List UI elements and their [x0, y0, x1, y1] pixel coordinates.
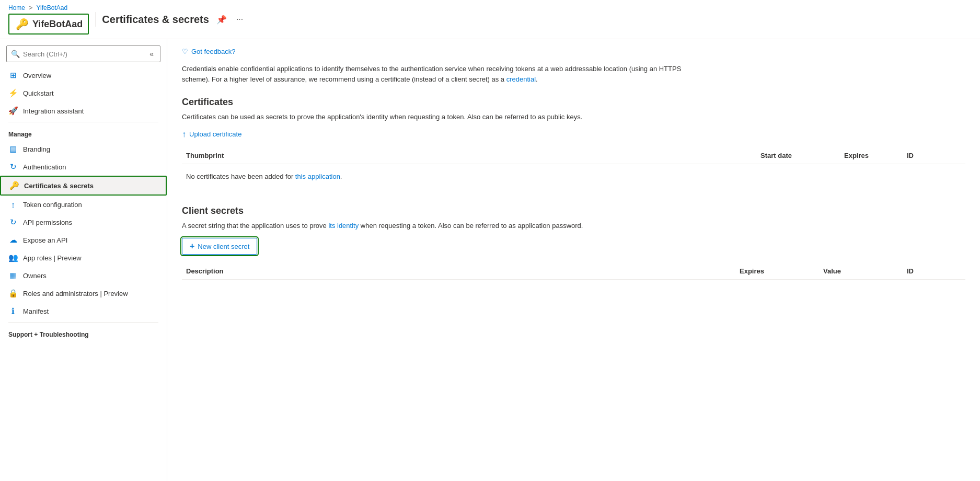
nav-item-owners[interactable]: ▦ Owners — [0, 267, 167, 284]
new-client-secret-button[interactable]: + New client secret — [182, 238, 257, 255]
roles-admins-label: Roles and administrators | Preview — [23, 290, 128, 297]
layout: 🔍 « ⊞ Overview ⚡ Quickstart 🚀 Integratio… — [0, 39, 980, 481]
app-roles-icon: 👥 — [8, 253, 18, 262]
collapse-icon[interactable]: « — [147, 49, 156, 59]
integration-icon: 🚀 — [8, 106, 18, 116]
search-icon: 🔍 — [11, 50, 20, 58]
cert-col-startdate: Start date — [756, 152, 840, 159]
quickstart-icon: ⚡ — [8, 88, 18, 98]
secret-col-value: Value — [819, 267, 903, 275]
nav-item-app-roles[interactable]: 👥 App roles | Preview — [0, 249, 167, 267]
feedback-text[interactable]: Got feedback? — [191, 48, 236, 55]
breadcrumb-home[interactable]: Home — [8, 4, 25, 12]
nav-item-roles-admins[interactable]: 🔒 Roles and administrators | Preview — [0, 284, 167, 302]
secret-table-header: Description Expires Value ID — [182, 263, 965, 280]
cert-col-expires: Expires — [840, 152, 903, 159]
header-divider — [95, 12, 96, 27]
token-icon: ⫶ — [8, 200, 18, 209]
main-content: ♡ Got feedback? Credentials enable confi… — [167, 39, 980, 481]
feedback-bar[interactable]: ♡ Got feedback? — [182, 48, 965, 55]
client-secrets-title: Client secrets — [182, 205, 965, 216]
certificates-label: Certificates & secrets — [24, 182, 94, 190]
authentication-label: Authentication — [23, 163, 66, 171]
sidebar: 🔍 « ⊞ Overview ⚡ Quickstart 🚀 Integratio… — [0, 39, 167, 481]
page-title: Certificates & secrets — [102, 14, 209, 26]
nav-item-authentication[interactable]: ↻ Authentication — [0, 158, 167, 176]
api-permissions-icon: ↻ — [8, 217, 18, 227]
its-identity-link[interactable]: its identity — [328, 222, 359, 230]
nav-item-token-config[interactable]: ⫶ Token configuration — [0, 196, 167, 213]
certificates-title: Certificates — [182, 97, 965, 108]
secret-col-description: Description — [182, 267, 735, 275]
roles-admins-icon: 🔒 — [8, 289, 18, 298]
cert-col-thumbprint: Thumbprint — [182, 152, 756, 159]
cert-table-header: Thumbprint Start date Expires ID — [182, 147, 965, 164]
cert-col-id: ID — [903, 152, 965, 159]
breadcrumb-app[interactable]: YifeBotAad — [37, 4, 68, 12]
overview-icon: ⊞ — [8, 71, 18, 80]
heart-icon: ♡ — [182, 48, 188, 55]
expose-api-icon: ☁ — [8, 235, 18, 245]
breadcrumb-sep: > — [29, 4, 32, 12]
nav-item-certificates-secrets[interactable]: 🔑 Certificates & secrets — [0, 176, 167, 196]
app-name: YifeBotAad — [32, 19, 83, 30]
upload-icon: ↑ — [182, 130, 186, 139]
plus-icon: + — [190, 242, 194, 251]
secret-col-expires: Expires — [735, 267, 819, 275]
manage-section-label: Manage — [0, 124, 167, 140]
authentication-icon: ↻ — [8, 162, 18, 171]
manifest-label: Manifest — [23, 307, 49, 315]
certificates-desc: Certificates can be used as secrets to p… — [182, 112, 684, 122]
this-application-link[interactable]: this application — [295, 173, 340, 180]
credential-link[interactable]: credential — [506, 75, 536, 83]
upload-certificate-link[interactable]: ↑ Upload certificate — [182, 130, 965, 139]
owners-label: Owners — [23, 272, 47, 280]
support-section-label: Support + Troubleshooting — [0, 325, 167, 340]
nav-item-quickstart[interactable]: ⚡ Quickstart — [0, 84, 167, 102]
nav-item-expose-api[interactable]: ☁ Expose an API — [0, 231, 167, 249]
intro-text: Credentials enable confidential applicat… — [182, 64, 684, 84]
owners-icon: ▦ — [8, 271, 18, 280]
search-input[interactable] — [23, 50, 144, 58]
client-secrets-desc: A secret string that the application use… — [182, 221, 684, 231]
certificates-section: Certificates Certificates can be used as… — [182, 97, 965, 189]
nav-item-overview[interactable]: ⊞ Overview — [0, 66, 167, 84]
search-bar[interactable]: 🔍 « — [6, 45, 160, 62]
integration-label: Integration assistant — [23, 107, 84, 115]
nav-item-manifest[interactable]: ℹ Manifest — [0, 302, 167, 320]
branding-label: Branding — [23, 145, 50, 153]
app-roles-label: App roles | Preview — [23, 254, 82, 262]
branding-icon: ▤ — [8, 144, 18, 154]
quickstart-label: Quickstart — [23, 89, 54, 97]
top-bar: Home > YifeBotAad 🔑 YifeBotAad Certifica… — [0, 0, 980, 39]
upload-label: Upload certificate — [189, 130, 241, 138]
pin-icon[interactable]: 📌 — [214, 13, 229, 27]
nav-item-branding[interactable]: ▤ Branding — [0, 140, 167, 158]
more-options-icon[interactable]: ··· — [234, 13, 245, 26]
app-header: 🔑 YifeBotAad — [8, 14, 89, 35]
overview-label: Overview — [23, 72, 51, 79]
page-title-area: Certificates & secrets 📌 ··· — [102, 13, 245, 27]
breadcrumb: Home > YifeBotAad — [8, 4, 89, 12]
app-icon: 🔑 — [15, 17, 29, 31]
new-secret-label: New client secret — [198, 243, 249, 250]
secret-col-id: ID — [903, 267, 965, 275]
client-secrets-section: Client secrets A secret string that the … — [182, 205, 965, 280]
support-divider — [8, 322, 158, 323]
manifest-icon: ℹ — [8, 306, 18, 316]
api-permissions-label: API permissions — [23, 219, 72, 226]
nav-item-integration[interactable]: 🚀 Integration assistant — [0, 102, 167, 120]
nav-item-api-permissions[interactable]: ↻ API permissions — [0, 213, 167, 231]
cert-empty-row: No certificates have been added for this… — [182, 164, 965, 189]
certificates-icon: 🔑 — [9, 181, 19, 190]
expose-api-label: Expose an API — [23, 236, 67, 244]
token-config-label: Token configuration — [23, 201, 82, 209]
manage-divider — [8, 122, 158, 122]
